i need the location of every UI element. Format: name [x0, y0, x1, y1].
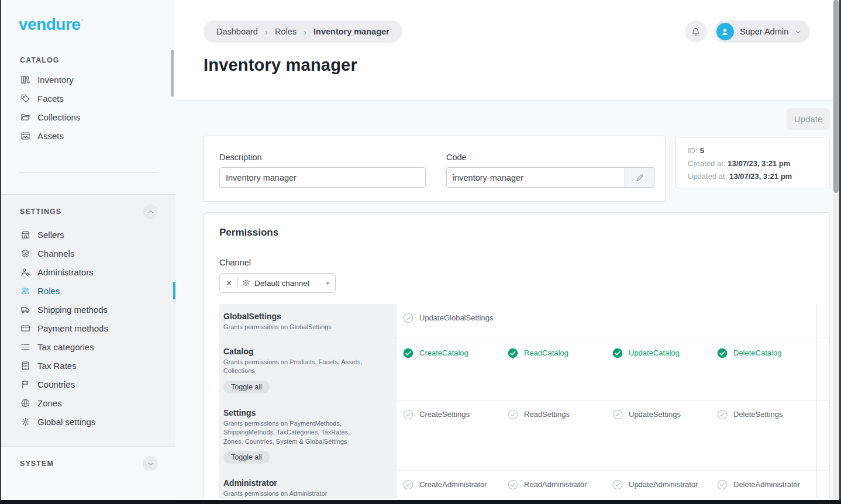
sidebar-item-tax-rates[interactable]: Tax Rates [1, 356, 175, 375]
sidebar-item-label: Payment methods [37, 323, 108, 333]
unchecked-circle-icon [508, 409, 518, 420]
permission-checkbox-createcatalog[interactable]: CreateCatalog [397, 339, 502, 358]
sidebar-item-sellers[interactable]: Sellers [1, 225, 175, 244]
sidebar-scrollbar[interactable] [171, 50, 174, 96]
sidebar-item-facets[interactable]: Facets [1, 89, 175, 108]
sidebar-item-label: Facets [37, 94, 64, 103]
permission-checkbox-deletecatalog[interactable]: DeleteCatalog [711, 339, 816, 358]
code-input[interactable] [446, 167, 625, 188]
sellers-icon [20, 229, 30, 240]
toggle-all-button[interactable]: Toggle all [223, 381, 270, 393]
sidebar-item-countries[interactable]: Countries [1, 375, 175, 393]
roles-icon [20, 285, 30, 296]
administrators-icon [20, 267, 30, 277]
info-value: 13/07/23, 3:21 pm [729, 172, 792, 181]
facets-icon [20, 93, 30, 103]
permission-label: DeleteAdministrator [733, 479, 800, 490]
section-collapse-button-settings[interactable] [143, 204, 158, 219]
sidebar-item-label: Tax Rates [37, 361, 77, 371]
window-left-edge [0, 0, 1, 504]
role-detail-card: Description Code [204, 136, 666, 202]
channel-label: Channel [219, 258, 829, 267]
sidebar-item-payment-methods[interactable]: Payment methods [1, 319, 175, 337]
page-scrollbar[interactable] [833, 0, 839, 504]
channel-select[interactable]: ✕ Default channel ▾ [219, 273, 336, 293]
sidebar-section-settings: SETTINGSSellersChannelsAdministratorsRol… [1, 194, 175, 447]
description-input[interactable] [219, 167, 426, 188]
permission-checkbox-deleteadministrator[interactable]: DeleteAdministrator [711, 471, 816, 490]
entity-info-row: Created at:13/07/23, 3:21 pm [688, 157, 818, 170]
permission-group-name: Catalog [223, 347, 385, 356]
vendure-logo[interactable]: vendure◦ [1, 0, 175, 34]
permission-checkbox-updateglobalsettings[interactable]: UpdateGlobalSettings [397, 304, 502, 323]
info-value: 13/07/23, 3:21 pm [728, 159, 790, 168]
breadcrumb-separator-icon: › [265, 27, 268, 37]
sidebar-item-collections[interactable]: Collections [1, 108, 175, 126]
permission-group-row-administrator: AdministratorGrants permissions on Admin… [219, 471, 830, 499]
sidebar-item-assets[interactable]: Assets [1, 126, 175, 145]
info-label: ID: [688, 146, 698, 155]
sidebar-item-channels[interactable]: Channels [1, 244, 175, 263]
permission-checkbox-updatesettings[interactable]: UpdateSettings [606, 401, 711, 420]
permission-label: CreateSettings [419, 409, 470, 420]
breadcrumb-item-roles[interactable]: Roles [275, 27, 297, 36]
close-icon: ✕ [226, 279, 232, 288]
permission-checkbox-updatecatalog[interactable]: UpdateCatalog [606, 339, 711, 358]
breadcrumb-item-dashboard[interactable]: Dashboard [216, 27, 258, 36]
sidebar-item-inventory[interactable]: Inventory [1, 70, 175, 89]
update-button[interactable]: Update [787, 108, 830, 130]
shipping-methods-icon [20, 304, 30, 315]
sidebar-item-zones[interactable]: Zones [1, 393, 175, 412]
permission-group-description: Grants permissions on PaymentMethods, Sh… [223, 419, 370, 447]
collections-icon [20, 112, 30, 122]
permission-group-row-catalog: CatalogGrants permissions on Products, F… [219, 339, 830, 401]
remove-channel-button[interactable]: ✕ [225, 278, 233, 288]
permission-checkbox-deletesettings[interactable]: DeleteSettings [711, 401, 816, 420]
permission-group-info: SettingsGrants permissions on PaymentMet… [219, 401, 397, 471]
section-collapse-button-system[interactable] [143, 456, 158, 471]
vendure-admin-window: vendure◦ CATALOGInventoryFacetsCollectio… [0, 0, 841, 504]
tax-categories-icon [20, 341, 30, 352]
sidebar-item-global-settings[interactable]: Global settings [1, 412, 175, 431]
permission-checkbox-createadministrator[interactable]: CreateAdministrator [397, 471, 502, 490]
toggle-all-button[interactable]: Toggle all [223, 451, 270, 464]
checked-circle-icon [403, 348, 413, 358]
permission-group-name: Administrator [223, 478, 385, 488]
notifications-button[interactable] [685, 20, 707, 43]
section-title: SYSTEM [20, 460, 54, 468]
sidebar-item-label: Countries [37, 379, 75, 389]
sidebar-item-shipping-methods[interactable]: Shipping methods [1, 300, 175, 319]
sidebar-item-tax-categories[interactable]: Tax categories [1, 337, 175, 356]
user-menu[interactable]: Super Admin [714, 20, 810, 43]
sidebar-nav: CATALOGInventoryFacetsCollectionsAssetsS… [1, 34, 175, 477]
permission-group-row-globalsettings: GlobalSettingsGrants permissions on Glob… [219, 304, 830, 339]
sidebar-divider [19, 172, 158, 172]
unchecked-circle-icon [403, 409, 413, 420]
checked-circle-icon [612, 348, 623, 358]
scrollbar-thumb[interactable] [833, 0, 839, 193]
checked-circle-icon [508, 348, 518, 358]
logo-text: vendure [19, 15, 80, 33]
main-area: Dashboard›Roles›Inventory manager Super … [175, 0, 841, 500]
sidebar-item-administrators[interactable]: Administrators [1, 263, 175, 281]
permission-label: CreateAdministrator [419, 479, 487, 490]
assets-icon [20, 130, 30, 141]
permissions-card: Permissions Channel ✕ Default channel ▾ … [204, 212, 830, 499]
header-actions: Super Admin [685, 20, 810, 43]
sidebar-item-roles[interactable]: Roles [1, 281, 175, 300]
breadcrumb-item-inventory-manager[interactable]: Inventory manager [313, 27, 390, 36]
unchecked-circle-icon [612, 479, 623, 490]
permission-checkbox-readadministrator[interactable]: ReadAdministrator [502, 471, 606, 490]
permission-items: CreateSettingsReadSettingsUpdateSettings… [397, 401, 830, 471]
edit-code-button[interactable] [625, 167, 654, 188]
permission-group-name: GlobalSettings [223, 312, 385, 321]
permission-checkbox-createsettings[interactable]: CreateSettings [397, 401, 502, 420]
permission-checkbox-readsettings[interactable]: ReadSettings [502, 401, 606, 420]
chevron-up-icon [147, 208, 154, 216]
permission-checkbox-readcatalog[interactable]: ReadCatalog [502, 339, 606, 358]
description-field-group: Description [219, 153, 426, 201]
permission-label: DeleteSettings [733, 409, 783, 420]
permission-group-description: Grants permissions on Administrator [223, 489, 370, 499]
permission-checkbox-updateadministrator[interactable]: UpdateAdministrator [606, 471, 711, 490]
permission-label: ReadCatalog [524, 348, 568, 358]
